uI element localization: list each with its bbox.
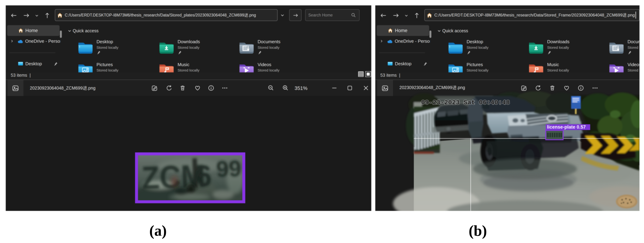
svg-text:license-plate 0.57: license-plate 0.57 (547, 124, 586, 130)
svg-text:09-23-2023 Sat 06:40:48: 09-23-2023 Sat 06:40:48 (421, 99, 510, 106)
svg-text:6: 6 (196, 159, 212, 193)
svg-text:99: 99 (216, 156, 242, 182)
